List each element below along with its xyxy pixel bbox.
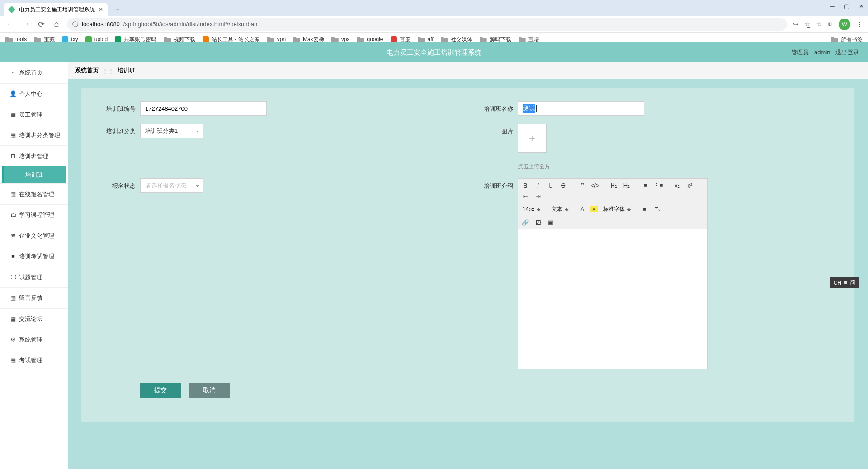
- bgcolor-icon[interactable]: A: [590, 206, 598, 212]
- bookmark-item[interactable]: Max云梯: [293, 36, 324, 43]
- window-maximize-icon[interactable]: ▢: [844, 3, 850, 9]
- sidebar-item-test[interactable]: ▦考试管理: [0, 350, 68, 371]
- image-icon[interactable]: 🖼: [533, 218, 542, 227]
- tab-favicon-icon: [8, 6, 15, 13]
- sidebar-item-feedback[interactable]: ▦留言反馈: [0, 287, 68, 308]
- superscript-icon[interactable]: x²: [685, 181, 694, 190]
- url-path: /springboot5b3os/admin/dist/index.html#/…: [123, 21, 257, 28]
- site-info-icon[interactable]: ⓘ: [72, 20, 78, 28]
- folder-icon: [441, 37, 448, 42]
- sidebar-item-exam[interactable]: ≡培训考试管理: [0, 246, 68, 267]
- ol-icon[interactable]: ≡: [641, 181, 650, 190]
- sidebar-item-forum[interactable]: ▦交流论坛: [0, 308, 68, 329]
- address-bar[interactable]: ⓘ localhost:8080 /springboot5b3os/admin/…: [67, 18, 787, 31]
- h2-icon[interactable]: H₂: [622, 181, 631, 190]
- sidebar-subitem-class[interactable]: 培训班: [2, 166, 66, 183]
- bookmark-item[interactable]: 百度: [391, 36, 410, 43]
- folder-icon: [831, 37, 838, 42]
- chrome-menu-icon[interactable]: ⋮: [857, 21, 863, 28]
- indent-right-icon[interactable]: ⇥: [533, 192, 542, 201]
- breadcrumb-sep-icon: ⋮⋮: [102, 67, 114, 74]
- bookmark-item[interactable]: txy: [62, 36, 78, 42]
- fontsize-select[interactable]: 14px: [521, 204, 546, 214]
- sidebar-item-profile[interactable]: 👤个人中心: [0, 83, 68, 104]
- new-tab-button[interactable]: ＋: [111, 4, 124, 16]
- link-icon: [391, 36, 397, 42]
- clear-format-icon[interactable]: Tₓ: [653, 205, 662, 214]
- label-code: 培训班编号: [104, 101, 136, 113]
- bookmark-item[interactable]: 宝塔: [519, 36, 539, 43]
- style-select[interactable]: 文本: [550, 204, 574, 214]
- quote-icon[interactable]: ❞: [578, 181, 587, 190]
- bookmark-item[interactable]: uplod: [85, 36, 108, 42]
- link-icon: [203, 36, 209, 42]
- book-icon: 🗂: [10, 212, 16, 218]
- bookmark-item[interactable]: 宝藏: [34, 36, 55, 43]
- select-category[interactable]: 培训班分类1: [140, 124, 203, 138]
- bookmark-item[interactable]: 共享账号密码: [115, 36, 156, 43]
- italic-icon[interactable]: I: [533, 181, 542, 190]
- gtranslate-icon[interactable]: ☆̲: [805, 21, 810, 28]
- sidebar-item-home[interactable]: ⌂系统首页: [0, 62, 68, 83]
- h1-icon[interactable]: H₁: [609, 181, 618, 190]
- submit-button[interactable]: 提交: [140, 383, 181, 398]
- sidebar-item-class-categories[interactable]: ▦培训班分类管理: [0, 125, 68, 145]
- bookmark-item[interactable]: tools: [5, 36, 27, 42]
- input-name[interactable]: 测试: [518, 101, 644, 116]
- profile-avatar[interactable]: W: [839, 19, 850, 30]
- label-category: 培训班分类: [104, 124, 136, 136]
- sidebar-item-class-manage[interactable]: 🗒培训班管理: [0, 145, 68, 166]
- bookmark-item[interactable]: 视频下载: [164, 36, 195, 43]
- sidebar-item-signup[interactable]: ▦在线报名管理: [0, 183, 68, 204]
- bookmark-item[interactable]: 社交媒体: [441, 36, 472, 43]
- bookmark-item[interactable]: 源码下载: [480, 36, 511, 43]
- input-code[interactable]: [140, 101, 267, 116]
- upload-image-button[interactable]: ＋: [518, 124, 547, 153]
- bookmark-star-icon[interactable]: ☆: [816, 21, 822, 28]
- extensions-icon[interactable]: ⧉: [828, 21, 832, 28]
- bookmark-item[interactable]: vpn: [267, 36, 286, 42]
- plus-icon: ＋: [527, 131, 537, 145]
- fontfamily-select[interactable]: 标准字体: [601, 204, 637, 214]
- monitor-icon: 🖵: [10, 274, 16, 281]
- bookmark-item[interactable]: vps: [331, 36, 350, 42]
- editor-body[interactable]: [518, 229, 708, 369]
- underline-icon[interactable]: U: [546, 181, 555, 190]
- user-icon: 👤: [10, 91, 16, 97]
- strike-icon[interactable]: S: [559, 181, 568, 190]
- bookmark-item[interactable]: google: [357, 36, 383, 42]
- align-icon[interactable]: ≡: [640, 205, 649, 214]
- sidebar-item-system[interactable]: ⚙系统管理: [0, 329, 68, 350]
- subscript-icon[interactable]: x₂: [673, 181, 682, 190]
- cancel-button[interactable]: 取消: [189, 383, 230, 398]
- tab-close-icon[interactable]: ✕: [99, 6, 103, 13]
- user-name[interactable]: admin: [814, 49, 830, 56]
- video-icon[interactable]: ▣: [546, 218, 555, 227]
- nav-reload-icon[interactable]: ⟳: [36, 19, 46, 29]
- sidebar-item-employees[interactable]: ▦员工管理: [0, 104, 68, 125]
- ul-icon[interactable]: ⋮≡: [654, 181, 663, 190]
- app-title: 电力员工安全施工培训管理系统: [387, 42, 481, 62]
- nav-back-icon[interactable]: ←: [5, 19, 15, 29]
- window-close-icon[interactable]: ✕: [858, 3, 864, 9]
- bold-icon[interactable]: B: [521, 181, 530, 190]
- browser-tab[interactable]: 电力员工安全施工培训管理系统 ✕: [4, 3, 108, 16]
- select-status[interactable]: 请选择报名状态: [140, 178, 203, 193]
- all-bookmarks[interactable]: 所有书签: [831, 36, 863, 43]
- sidebar-item-culture[interactable]: ≋企业文化管理: [0, 225, 68, 246]
- breadcrumb-home[interactable]: 系统首页: [75, 66, 99, 75]
- bookmark-item[interactable]: aff: [418, 36, 434, 42]
- grid-icon: ▦: [10, 357, 16, 364]
- sidebar-item-courses[interactable]: 🗂学习课程管理: [0, 204, 68, 225]
- nav-home-icon[interactable]: ⌂: [52, 19, 61, 29]
- code-icon[interactable]: </>: [590, 181, 599, 190]
- indent-left-icon[interactable]: ⇤: [521, 192, 530, 201]
- nav-forward-icon[interactable]: →: [21, 19, 31, 29]
- window-minimize-icon[interactable]: ─: [829, 3, 835, 9]
- key-icon[interactable]: ⊶: [793, 21, 798, 28]
- logout-link[interactable]: 退出登录: [835, 49, 859, 56]
- fontcolor-icon[interactable]: A: [578, 205, 587, 214]
- link-icon[interactable]: 🔗: [521, 218, 530, 227]
- sidebar-item-questions[interactable]: 🖵试题管理: [0, 267, 68, 287]
- bookmark-item[interactable]: 站长工具 - 站长之家: [203, 36, 260, 43]
